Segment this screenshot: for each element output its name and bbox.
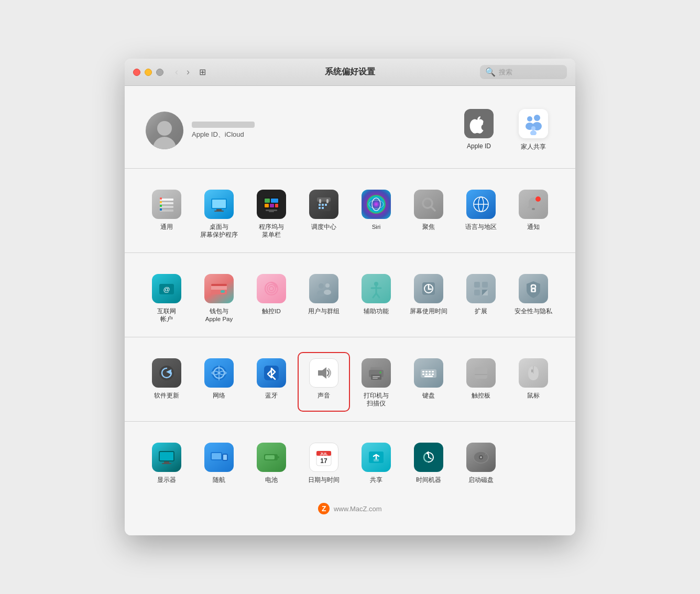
settings-item-language[interactable]: 语言与地区	[455, 183, 507, 243]
keyboard-label: 键盘	[422, 392, 435, 400]
timemachine-icon	[414, 443, 443, 472]
svg-text:JUL: JUL	[320, 452, 327, 456]
svg-point-45	[535, 196, 541, 202]
apple-logo-icon	[468, 113, 489, 134]
apple-id-icon	[464, 109, 494, 138]
wallet-icon	[204, 274, 234, 303]
titlebar: ‹ › ⊞ 系统偏好设置 🔍	[125, 59, 575, 86]
mission-icon	[257, 190, 286, 219]
settings-item-softupdate[interactable]: 软件更新	[140, 352, 193, 412]
trackpad-label: 触控板	[472, 392, 490, 400]
svg-point-72	[532, 289, 534, 291]
settings-item-mouse[interactable]: 鼠标	[507, 352, 560, 412]
spotlight-icon	[414, 190, 443, 219]
main-window: ‹ › ⊞ 系统偏好设置 🔍 Apple ID、iCloud	[125, 59, 575, 535]
sound-label: 声音	[318, 392, 330, 400]
svg-rect-68	[482, 282, 488, 288]
schedule-icon	[309, 190, 338, 219]
settings-item-startup[interactable]: 启动磁盘	[455, 436, 507, 488]
settings-item-sharing[interactable]: 共享	[350, 436, 402, 488]
settings-item-screentime[interactable]: 屏幕使用时间	[402, 268, 455, 327]
svg-rect-84	[373, 378, 378, 379]
settings-item-general[interactable]: 通用	[140, 183, 193, 243]
settings-item-desktop[interactable]: 桌面与屏幕保护程序	[193, 183, 245, 243]
svg-point-124	[480, 456, 482, 458]
search-box[interactable]: 🔍	[480, 65, 567, 79]
settings-item-timemachine[interactable]: 时间机器	[402, 436, 455, 488]
settings-item-battery[interactable]: 电池	[245, 436, 298, 488]
watermark-z: Z	[318, 503, 330, 514]
minimize-button[interactable]	[145, 69, 152, 76]
mouse-icon	[519, 358, 548, 388]
settings-item-schedule[interactable]: 调度中心	[298, 183, 350, 243]
settings-item-printer[interactable]: 打印机与扫描仪	[350, 352, 402, 412]
profile-subtitle: Apple ID、iCloud	[192, 130, 255, 139]
back-button[interactable]: ‹	[172, 65, 181, 79]
settings-item-siri[interactable]: Siri	[350, 183, 402, 243]
family-sharing-item[interactable]: 家人共享	[512, 105, 554, 156]
settings-section-2: @ 互联网帐户 钱包与Apple Pay 触控ID	[140, 253, 560, 337]
profile-name-blurred	[192, 122, 255, 128]
settings-item-trackpad[interactable]: 触控板	[455, 352, 507, 412]
touchid-label: 触控ID	[262, 307, 281, 315]
access-icon	[362, 274, 391, 303]
svg-rect-19	[265, 199, 270, 203]
svg-point-2	[534, 115, 540, 121]
maximize-button[interactable]	[156, 69, 163, 76]
svg-rect-96	[475, 367, 487, 379]
apple-id-item[interactable]: Apple ID	[458, 105, 500, 156]
datetime-icon: JUL17	[309, 443, 338, 472]
search-icon: 🔍	[485, 67, 496, 77]
svg-point-54	[269, 287, 274, 291]
svg-rect-116	[374, 459, 379, 461]
watermark: Z www.MacZ.com	[140, 498, 560, 520]
family-icon	[519, 109, 548, 138]
settings-item-touchid[interactable]: 触控ID	[245, 268, 298, 327]
settings-item-notify[interactable]: 通知	[507, 183, 560, 243]
avatar[interactable]	[146, 112, 183, 149]
svg-point-53	[267, 284, 276, 293]
startup-label: 启动磁盘	[468, 476, 494, 484]
network-icon	[204, 358, 234, 388]
svg-rect-28	[319, 199, 321, 203]
profile-section: Apple ID、iCloud Apple ID	[140, 96, 560, 168]
settings-item-display[interactable]: 显示器	[140, 436, 193, 488]
battery-label: 电池	[265, 476, 278, 484]
search-input[interactable]	[499, 68, 562, 76]
notify-icon	[519, 190, 548, 219]
settings-item-spotlight[interactable]: 聚焦	[402, 183, 455, 243]
settings-item-bluetooth[interactable]: 蓝牙	[245, 352, 298, 412]
language-label: 语言与地区	[465, 223, 497, 231]
svg-point-0	[527, 116, 532, 122]
users-icon	[309, 274, 338, 303]
settings-item-keyboard[interactable]: 键盘	[402, 352, 455, 412]
access-label: 辅助功能	[364, 307, 389, 315]
svg-rect-91	[422, 373, 424, 375]
svg-rect-67	[474, 290, 480, 295]
bluetooth-icon	[257, 358, 286, 388]
svg-point-85	[379, 371, 381, 373]
settings-item-wallet[interactable]: 钱包与Apple Pay	[193, 268, 245, 327]
display-label: 显示器	[157, 476, 176, 484]
svg-rect-25	[269, 211, 274, 212]
grid-icon[interactable]: ⊞	[199, 67, 206, 77]
settings-item-datetime[interactable]: JUL17 日期与时间	[298, 436, 350, 488]
settings-item-extensions[interactable]: 扩展	[455, 268, 507, 327]
settings-item-access[interactable]: 辅助功能	[350, 268, 402, 327]
sidecar-label: 随航	[213, 476, 225, 484]
nav-buttons: ‹ ›	[172, 65, 193, 79]
settings-item-network[interactable]: 网络	[193, 352, 245, 412]
softupdate-icon	[152, 358, 181, 388]
settings-grid-2: @ 互联网帐户 钱包与Apple Pay 触控ID	[140, 263, 560, 332]
forward-button[interactable]: ›	[183, 65, 193, 79]
settings-item-users[interactable]: 用户与群组	[298, 268, 350, 327]
printer-label: 打印机与扫描仪	[364, 392, 389, 408]
settings-item-sidecar[interactable]: 随航	[193, 436, 245, 488]
svg-rect-27	[317, 197, 331, 202]
settings-item-security[interactable]: 安全性与隐私	[507, 268, 560, 327]
screentime-label: 屏幕使用时间	[410, 307, 447, 315]
close-button[interactable]	[133, 69, 140, 76]
settings-item-sound[interactable]: 声音	[298, 352, 350, 412]
settings-item-mission[interactable]: 程序坞与菜单栏	[245, 183, 298, 243]
settings-item-internet[interactable]: @ 互联网帐户	[140, 268, 193, 327]
